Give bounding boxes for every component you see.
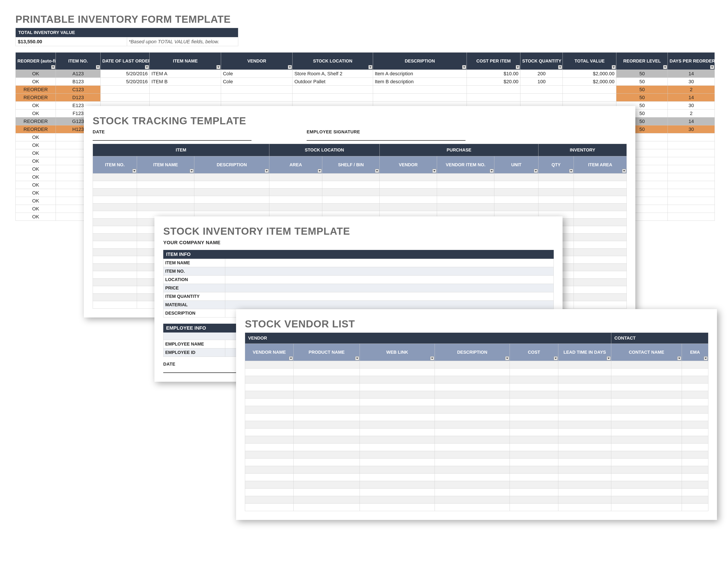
cell[interactable]: 2 <box>668 86 715 94</box>
cell[interactable] <box>682 436 708 444</box>
cell[interactable]: ITEM B <box>150 78 221 86</box>
cell[interactable] <box>435 459 510 466</box>
cell[interactable] <box>435 504 510 511</box>
field-value[interactable] <box>225 284 554 292</box>
cell[interactable] <box>574 271 627 278</box>
filter-dropdown-icon[interactable] <box>710 65 714 69</box>
cell[interactable]: OK <box>16 78 56 86</box>
cell[interactable] <box>294 489 360 496</box>
cell[interactable] <box>668 149 715 157</box>
cell[interactable] <box>611 451 682 459</box>
cell[interactable] <box>435 391 510 399</box>
cell[interactable] <box>93 241 137 248</box>
cell[interactable]: 30 <box>668 102 715 109</box>
cell[interactable] <box>245 414 294 421</box>
cell[interactable] <box>510 444 558 451</box>
cell[interactable]: OK <box>16 109 56 117</box>
cell[interactable] <box>558 376 611 384</box>
cell[interactable]: OK <box>16 213 56 221</box>
cell[interactable] <box>611 376 682 384</box>
cell[interactable] <box>322 203 380 211</box>
field-value[interactable] <box>225 267 554 275</box>
cell[interactable]: D123 <box>56 94 100 102</box>
cell[interactable] <box>558 429 611 436</box>
cell[interactable] <box>611 369 682 376</box>
cell[interactable] <box>294 451 360 459</box>
cell[interactable] <box>221 86 293 94</box>
cell[interactable] <box>245 436 294 444</box>
date-input-line[interactable] <box>93 134 251 141</box>
column-header[interactable]: VENDOR ITEM NO. <box>437 156 494 173</box>
cell[interactable] <box>510 466 558 474</box>
cell[interactable] <box>611 429 682 436</box>
cell[interactable] <box>611 436 682 444</box>
column-header[interactable]: ITEM NO. <box>56 53 100 70</box>
cell[interactable]: 50 <box>616 94 668 102</box>
filter-dropdown-icon[interactable] <box>607 356 611 360</box>
cell[interactable]: Outdoor Pallet <box>293 78 373 86</box>
cell[interactable] <box>510 496 558 504</box>
cell[interactable] <box>435 384 510 391</box>
cell[interactable] <box>194 188 269 196</box>
cell[interactable] <box>574 173 627 181</box>
cell[interactable] <box>520 94 563 102</box>
cell[interactable] <box>93 181 137 188</box>
cell[interactable] <box>294 429 360 436</box>
column-header[interactable]: VENDOR <box>221 53 293 70</box>
cell[interactable] <box>574 203 627 211</box>
cell[interactable] <box>510 399 558 406</box>
cell[interactable] <box>245 384 294 391</box>
cell[interactable] <box>194 173 269 181</box>
cell[interactable] <box>245 399 294 406</box>
cell[interactable] <box>150 86 221 94</box>
column-header[interactable]: ITEM NO. <box>93 156 137 173</box>
cell[interactable] <box>520 86 563 94</box>
cell[interactable] <box>494 196 538 203</box>
cell[interactable] <box>245 481 294 489</box>
cell[interactable] <box>373 86 467 94</box>
cell[interactable] <box>93 286 137 294</box>
cell[interactable] <box>574 218 627 226</box>
cell[interactable]: A123 <box>56 70 100 78</box>
cell[interactable] <box>245 376 294 384</box>
cell[interactable] <box>668 181 715 189</box>
column-header[interactable]: REORDER LEVEL <box>616 53 668 70</box>
cell[interactable] <box>93 256 137 263</box>
cell[interactable] <box>682 451 708 459</box>
cell[interactable] <box>269 173 322 181</box>
cell[interactable] <box>245 391 294 399</box>
cell[interactable] <box>93 173 137 181</box>
cell[interactable] <box>435 466 510 474</box>
cell[interactable] <box>494 181 538 188</box>
cell[interactable] <box>137 196 194 203</box>
cell[interactable]: $20.00 <box>467 78 520 86</box>
cell[interactable] <box>322 173 380 181</box>
cell[interactable] <box>360 504 435 511</box>
filter-dropdown-icon[interactable] <box>704 356 708 360</box>
cell[interactable] <box>558 444 611 451</box>
cell[interactable] <box>682 496 708 504</box>
cell[interactable] <box>294 414 360 421</box>
cell[interactable] <box>574 301 627 309</box>
column-header[interactable]: DESCRIPTION <box>194 156 269 173</box>
cell[interactable]: OK <box>16 157 56 165</box>
cell[interactable] <box>558 459 611 466</box>
filter-dropdown-icon[interactable] <box>145 65 149 69</box>
cell[interactable] <box>574 233 627 241</box>
cell[interactable] <box>510 474 558 481</box>
filter-dropdown-icon[interactable] <box>288 65 292 69</box>
cell[interactable] <box>558 496 611 504</box>
cell[interactable] <box>682 459 708 466</box>
cell[interactable] <box>611 391 682 399</box>
cell[interactable] <box>360 414 435 421</box>
filter-dropdown-icon[interactable] <box>462 65 466 69</box>
cell[interactable] <box>563 94 616 102</box>
cell[interactable] <box>435 429 510 436</box>
cell[interactable]: Cole <box>221 70 293 78</box>
cell[interactable] <box>611 384 682 391</box>
cell[interactable] <box>574 181 627 188</box>
column-header[interactable]: ITEM NAME <box>150 53 221 70</box>
cell[interactable] <box>611 481 682 489</box>
signature-input-line[interactable] <box>307 134 465 141</box>
cell[interactable]: 14 <box>668 117 715 125</box>
